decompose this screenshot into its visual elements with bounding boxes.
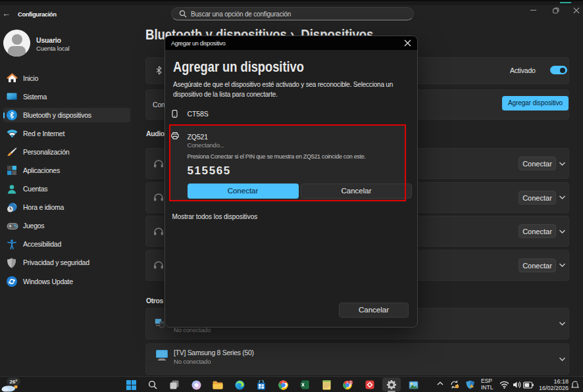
svg-text:!: !	[471, 385, 472, 388]
